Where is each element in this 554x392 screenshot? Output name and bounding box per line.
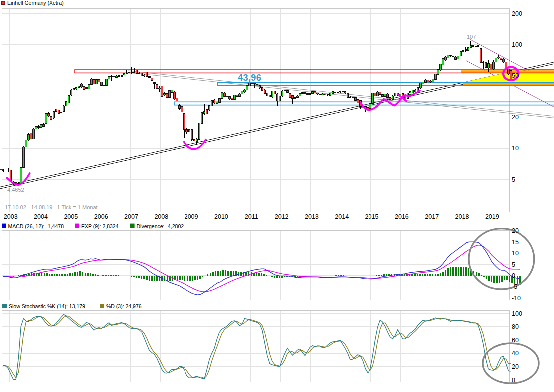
svg-text:Einhell Germany (Xetra): Einhell Germany (Xetra)	[7, 0, 64, 6]
svg-text:2017: 2017	[425, 213, 439, 220]
svg-text:MACD (26, 12): -1,4478: MACD (26, 12): -1,4478	[8, 223, 64, 229]
svg-text:2004: 2004	[34, 213, 48, 220]
svg-text:Divergence: -4,2802: Divergence: -4,2802	[137, 223, 184, 229]
svg-text:60: 60	[512, 337, 519, 344]
svg-text:50: 50	[512, 72, 519, 79]
svg-text:20: 20	[512, 363, 519, 370]
svg-text:2010: 2010	[214, 213, 228, 220]
svg-text:2005: 2005	[64, 213, 78, 220]
svg-text:80: 80	[512, 323, 519, 330]
svg-text:2016: 2016	[395, 213, 409, 220]
svg-text:-5: -5	[512, 283, 517, 290]
svg-text:17.10.02 - 14.08.19 1 Tick =: 17.10.02 - 14.08.19 1 Tick = 1 Monat	[5, 204, 98, 210]
svg-text:5: 5	[512, 176, 515, 183]
svg-text:10: 10	[512, 145, 519, 152]
svg-text:10: 10	[512, 250, 519, 257]
svg-text:2012: 2012	[275, 213, 289, 220]
svg-text:0: 0	[512, 272, 515, 279]
svg-text:2018: 2018	[455, 213, 469, 220]
svg-text:43,96: 43,96	[238, 73, 261, 83]
svg-text:200: 200	[512, 10, 522, 17]
svg-text:2008: 2008	[154, 213, 168, 220]
svg-text:5: 5	[512, 261, 515, 268]
svg-text:-10: -10	[512, 295, 521, 302]
svg-text:20: 20	[512, 227, 519, 234]
svg-text:100: 100	[512, 310, 522, 317]
svg-text:40: 40	[512, 350, 519, 357]
svg-text:15: 15	[512, 239, 519, 246]
svg-text:2013: 2013	[305, 213, 319, 220]
svg-text:2009: 2009	[185, 213, 198, 220]
svg-text:2006: 2006	[94, 213, 108, 220]
svg-text:Slow Stochastic %K (14): 13,17: Slow Stochastic %K (14): 13,179	[9, 303, 85, 309]
svg-text:2011: 2011	[245, 213, 258, 220]
svg-text:EXP (9): 2,8324: EXP (9): 2,8324	[81, 223, 119, 229]
svg-text:20: 20	[512, 114, 519, 121]
svg-text:2007: 2007	[124, 213, 138, 220]
svg-text:2003: 2003	[4, 213, 18, 220]
svg-text:0: 0	[512, 377, 515, 384]
svg-text:%D (3): 24,976: %D (3): 24,976	[106, 303, 142, 309]
svg-text:2015: 2015	[365, 213, 379, 220]
svg-text:4,4652: 4,4652	[7, 187, 24, 193]
svg-text:2019: 2019	[485, 213, 499, 220]
svg-text:107: 107	[467, 34, 476, 40]
svg-text:2014: 2014	[335, 213, 349, 220]
svg-text:100: 100	[512, 41, 522, 48]
